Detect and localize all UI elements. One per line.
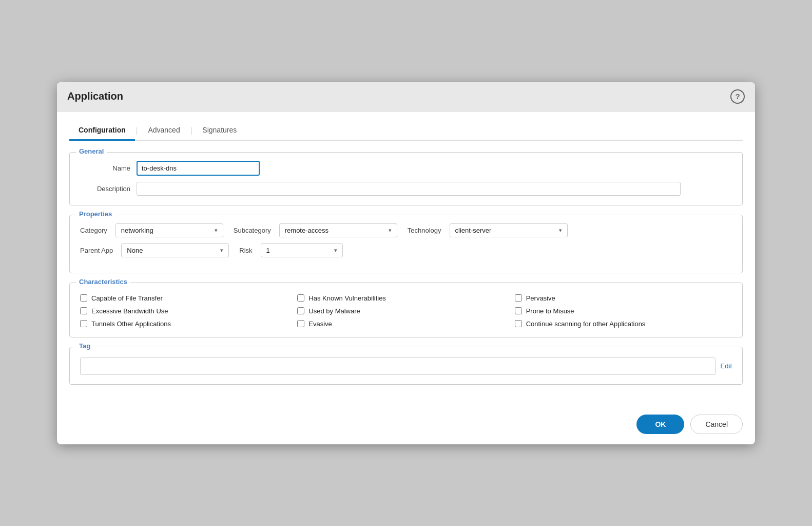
tab-signatures[interactable]: Signatures bbox=[193, 122, 246, 141]
help-icon[interactable]: ? bbox=[730, 89, 745, 104]
application-dialog: Application ? Configuration | Advanced |… bbox=[57, 82, 755, 444]
description-label: Description bbox=[80, 185, 137, 193]
excessive-bw-checkbox[interactable] bbox=[80, 307, 87, 314]
parent-app-chevron-icon: ▾ bbox=[220, 247, 223, 254]
properties-section-title: Properties bbox=[76, 210, 115, 218]
tab-sep-1: | bbox=[135, 126, 139, 135]
description-input[interactable] bbox=[137, 182, 681, 196]
has-known-vuln-label: Has Known Vulnerabilities bbox=[308, 294, 386, 302]
tab-configuration[interactable]: Configuration bbox=[69, 122, 135, 141]
parent-app-dropdown[interactable]: None ▾ bbox=[121, 243, 229, 257]
risk-label: Risk bbox=[239, 247, 256, 254]
tabs-container: Configuration | Advanced | Signatures bbox=[69, 122, 743, 141]
category-value: networking bbox=[121, 227, 153, 234]
category-label: Category bbox=[80, 227, 111, 234]
subcategory-value: remote-access bbox=[285, 227, 328, 234]
tag-input[interactable] bbox=[80, 358, 716, 375]
checkbox-excessive-bw: Excessive Bandwidth Use bbox=[80, 307, 297, 315]
general-section: General Name Description bbox=[69, 152, 743, 205]
checkbox-capable-file-transfer: Capable of File Transfer bbox=[80, 294, 297, 302]
risk-value: 1 bbox=[266, 247, 270, 254]
subcategory-field: Subcategory remote-access ▾ bbox=[234, 223, 397, 237]
category-field: Category networking ▾ bbox=[80, 223, 223, 237]
pervasive-label: Pervasive bbox=[526, 294, 555, 302]
subcategory-dropdown[interactable]: remote-access ▾ bbox=[279, 223, 397, 237]
used-by-malware-label: Used by Malware bbox=[308, 307, 360, 315]
dialog-body: Configuration | Advanced | Signatures Ge… bbox=[57, 111, 755, 406]
tag-section-title: Tag bbox=[76, 342, 93, 350]
checkbox-used-by-malware: Used by Malware bbox=[297, 307, 514, 315]
dialog-footer: OK Cancel bbox=[57, 406, 755, 444]
parent-app-value: None bbox=[127, 247, 143, 254]
tunnels-other-label: Tunnels Other Applications bbox=[91, 320, 171, 328]
characteristics-section: Characteristics Capable of File Transfer… bbox=[69, 283, 743, 337]
prone-to-misuse-checkbox[interactable] bbox=[515, 307, 522, 314]
checkbox-has-known-vuln: Has Known Vulnerabilities bbox=[297, 294, 514, 302]
technology-field: Technology client-server ▾ bbox=[408, 223, 568, 237]
continue-scanning-checkbox[interactable] bbox=[515, 320, 522, 327]
properties-row-1: Category networking ▾ Subcategory remote… bbox=[80, 223, 732, 237]
evasive-checkbox[interactable] bbox=[297, 320, 304, 327]
dialog-header: Application ? bbox=[57, 82, 755, 111]
has-known-vuln-checkbox[interactable] bbox=[297, 294, 304, 302]
checkbox-tunnels-other: Tunnels Other Applications bbox=[80, 320, 297, 328]
parent-app-field: Parent App None ▾ bbox=[80, 243, 229, 257]
properties-section: Properties Category networking ▾ Subcate… bbox=[69, 215, 743, 273]
evasive-label: Evasive bbox=[308, 320, 332, 328]
risk-dropdown[interactable]: 1 ▾ bbox=[261, 243, 343, 257]
tag-edit-link[interactable]: Edit bbox=[721, 362, 732, 370]
prone-to-misuse-label: Prone to Misuse bbox=[526, 307, 574, 315]
characteristics-section-title: Characteristics bbox=[76, 278, 130, 286]
tab-advanced[interactable]: Advanced bbox=[139, 122, 189, 141]
cancel-button[interactable]: Cancel bbox=[690, 415, 743, 434]
subcategory-label: Subcategory bbox=[234, 227, 275, 234]
capable-file-transfer-label: Capable of File Transfer bbox=[91, 294, 163, 302]
name-row: Name bbox=[80, 161, 732, 176]
name-label: Name bbox=[80, 164, 137, 172]
tag-section: Tag Edit bbox=[69, 347, 743, 385]
characteristics-grid: Capable of File Transfer Has Known Vulne… bbox=[80, 294, 732, 328]
tag-row: Edit bbox=[80, 358, 732, 375]
checkbox-evasive: Evasive bbox=[297, 320, 514, 328]
used-by-malware-checkbox[interactable] bbox=[297, 307, 304, 314]
ok-button[interactable]: OK bbox=[636, 415, 684, 434]
continue-scanning-label: Continue scanning for other Applications bbox=[526, 320, 646, 328]
category-chevron-icon: ▾ bbox=[215, 227, 218, 234]
checkbox-continue-scanning: Continue scanning for other Applications bbox=[515, 320, 732, 328]
checkbox-prone-to-misuse: Prone to Misuse bbox=[515, 307, 732, 315]
tab-sep-2: | bbox=[189, 126, 194, 135]
category-dropdown[interactable]: networking ▾ bbox=[115, 223, 223, 237]
dialog-title: Application bbox=[67, 90, 123, 102]
properties-row-2: Parent App None ▾ Risk 1 ▾ bbox=[80, 243, 732, 257]
description-row: Description bbox=[80, 182, 732, 196]
risk-chevron-icon: ▾ bbox=[334, 247, 337, 254]
technology-dropdown[interactable]: client-server ▾ bbox=[450, 223, 568, 237]
parent-app-label: Parent App bbox=[80, 247, 117, 254]
checkbox-pervasive: Pervasive bbox=[515, 294, 732, 302]
excessive-bw-label: Excessive Bandwidth Use bbox=[91, 307, 168, 315]
pervasive-checkbox[interactable] bbox=[515, 294, 522, 302]
technology-label: Technology bbox=[408, 227, 446, 234]
risk-field: Risk 1 ▾ bbox=[239, 243, 342, 257]
general-section-title: General bbox=[76, 147, 107, 155]
tunnels-other-checkbox[interactable] bbox=[80, 320, 87, 327]
technology-chevron-icon: ▾ bbox=[559, 227, 562, 234]
name-input[interactable] bbox=[137, 161, 260, 176]
subcategory-chevron-icon: ▾ bbox=[389, 227, 392, 234]
capable-file-transfer-checkbox[interactable] bbox=[80, 294, 87, 302]
technology-value: client-server bbox=[455, 227, 492, 234]
